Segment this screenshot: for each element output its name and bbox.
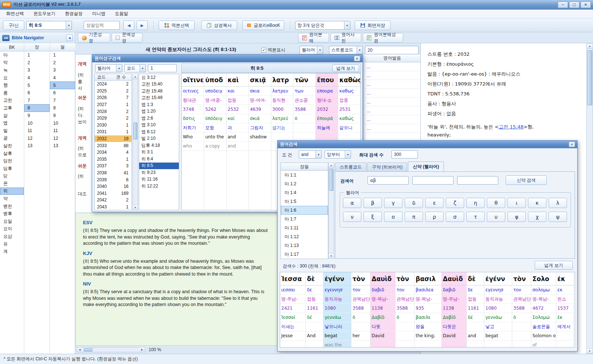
word-dictionary-button[interactable]: 원어사전 xyxy=(330,33,361,43)
chapter-item[interactable]: 11 xyxy=(24,127,50,135)
word-parse-button[interactable]: 원어분해 xyxy=(298,33,329,43)
window-layout-dropdown[interactable]: 창 3개 닫은것▼ xyxy=(295,21,350,30)
match-verse-item[interactable]: 마 1:12 xyxy=(281,232,328,241)
tab-context-bible[interactable]: 문맥성경 xyxy=(112,33,142,43)
code-row[interactable]: 20422 xyxy=(95,197,131,204)
book-item[interactable]: 고전 xyxy=(0,97,24,105)
book-item[interactable]: 딤후 xyxy=(0,165,24,172)
greek-letter-button[interactable]: ι xyxy=(507,198,526,208)
search-tab[interactable]: 스트롱코드 xyxy=(335,163,366,171)
show-versions-checkbox[interactable]: ✔ 역본표시 xyxy=(261,47,285,53)
greek-letter-button[interactable]: ρ xyxy=(425,212,444,222)
code-row[interactable]: 203388 xyxy=(95,142,131,149)
verse-item[interactable]: 13 xyxy=(50,142,75,150)
book-item[interactable]: 롬 xyxy=(0,89,24,97)
verse-item[interactable]: 4 xyxy=(50,74,75,82)
book-item[interactable]: 유 xyxy=(0,240,24,248)
greek-letter-button[interactable]: λ xyxy=(549,198,567,208)
occurrence-verse-item[interactable]: 히 12:22 xyxy=(139,183,179,190)
greek-word-header[interactable]: ὑποδ xyxy=(204,73,226,87)
phrase-mode-dropdown[interactable]: 코드▼ xyxy=(124,64,146,72)
scroll-up-icon[interactable]: ▲ xyxy=(587,44,593,49)
chapter-item[interactable]: 10 xyxy=(24,119,50,127)
greek-letter-button[interactable]: ο xyxy=(384,212,402,222)
search-term-input-3[interactable] xyxy=(457,176,498,185)
greek-word-header[interactable]: Σολο xyxy=(531,272,556,285)
scroll-down-icon[interactable]: ▼ xyxy=(329,253,334,258)
greek-word-header[interactable]: σκιᾷ xyxy=(249,73,271,87)
code-row[interactable]: 20271 xyxy=(95,101,131,108)
book-item[interactable]: 히 xyxy=(0,188,24,195)
greek-letter-button[interactable]: χ xyxy=(528,212,546,222)
code-row[interactable]: 20267 xyxy=(95,94,131,101)
greek-letter-button[interactable]: τ xyxy=(466,212,485,222)
greek-letter-button[interactable]: ν xyxy=(343,212,361,222)
greek-word-header[interactable]: ἐκ xyxy=(556,272,574,285)
greek-letter-button[interactable]: δ xyxy=(405,198,423,208)
match-verse-item[interactable]: 마 1:4 xyxy=(281,188,328,197)
menu-item[interactable]: 도움말 xyxy=(110,10,133,18)
maximize-button[interactable]: ▢ xyxy=(569,1,579,8)
greek-letter-button[interactable]: κ xyxy=(528,198,546,208)
code-row[interactable]: 20242 xyxy=(95,81,131,88)
chapter-item[interactable]: 7 xyxy=(24,97,50,105)
occurrence-verse-item[interactable]: 고전 15:40 xyxy=(139,81,179,88)
code-row[interactable]: 20311 xyxy=(95,128,131,135)
book-item[interactable]: 요삼 xyxy=(0,233,24,240)
chapter-item[interactable]: 5 xyxy=(24,81,50,89)
greek-letter-button[interactable]: θ xyxy=(487,198,505,208)
code-row[interactable]: 20282 xyxy=(95,108,131,115)
scroll-down-icon[interactable]: ▼ xyxy=(133,205,138,210)
verse-entry-input[interactable] xyxy=(84,21,120,30)
book-item[interactable]: 살후 xyxy=(0,150,24,157)
occurrence-verse-item[interactable]: 히 11:16 xyxy=(139,176,179,183)
greek-letter-button[interactable]: π xyxy=(405,212,423,222)
code-row[interactable]: 203219 xyxy=(95,135,131,142)
book-item[interactable]: 몬 xyxy=(0,180,24,188)
book-item[interactable]: 벧전 xyxy=(0,203,24,210)
book-item[interactable]: 약 xyxy=(0,195,24,203)
book-item[interactable]: 막 xyxy=(0,59,24,67)
occurrence-verse-item[interactable]: 히 9:23 xyxy=(139,169,179,176)
chapter-item[interactable]: 3 xyxy=(24,66,50,74)
greek-word-header[interactable]: ἐγένν xyxy=(323,272,351,285)
code-row[interactable]: 204016 xyxy=(95,183,131,190)
code-row[interactable]: 20396 xyxy=(95,176,131,183)
greek-word-header[interactable]: καὶ xyxy=(227,73,249,87)
bible-copy-button[interactable]: 성경복사 xyxy=(201,21,237,30)
tab-base-bible[interactable]: 기준성경 xyxy=(78,33,110,43)
chapter-item[interactable]: 12 xyxy=(24,135,50,142)
book-item[interactable]: 엡 xyxy=(0,119,24,127)
verse-selector-dropdown[interactable]: 히 8:5▼ xyxy=(26,21,72,30)
verse-item[interactable]: 6 xyxy=(50,89,75,97)
scrollbar-thumb[interactable] xyxy=(133,123,137,139)
next-verse-button[interactable]: ▶ xyxy=(137,21,148,30)
code-row[interactable]: 20373 xyxy=(95,163,131,170)
greek-letter-button[interactable]: ε xyxy=(425,198,444,208)
condition-dropdown[interactable]: and▼ xyxy=(299,150,322,159)
book-item[interactable]: 딛 xyxy=(0,172,24,180)
greek-word-header[interactable]: τὸν xyxy=(395,272,414,285)
book-item[interactable]: 행 xyxy=(0,81,24,89)
scroll-right-icon[interactable]: ▶ xyxy=(140,347,145,352)
collapse-navigator-button[interactable]: ◀ xyxy=(66,34,73,41)
greek-word-header[interactable]: λατρ xyxy=(271,73,293,87)
chapter-item[interactable]: 2 xyxy=(24,59,50,67)
menu-item[interactable]: 환경설정 xyxy=(60,10,87,18)
verse-item[interactable]: 2 xyxy=(50,59,75,67)
phrase-language-dropdown[interactable]: 헬라어▼ xyxy=(95,64,122,72)
scroll-down-icon[interactable]: ▼ xyxy=(587,348,593,353)
screen-save-button[interactable]: 화면저장 xyxy=(355,21,391,30)
phrase-search-titlebar[interactable]: 원어성구검색 ✕ xyxy=(92,55,362,62)
greek-word-header[interactable]: δὲ xyxy=(306,272,323,285)
wide-view-button[interactable]: 넓게 보기 xyxy=(535,261,573,270)
verse-list-scrollbar[interactable]: ▲ ▼ xyxy=(328,163,334,259)
book-item[interactable]: 요이 xyxy=(0,225,24,233)
glory-ebook-button[interactable]: 글로리eBooK xyxy=(242,21,284,30)
chapter-item[interactable]: 9 xyxy=(24,112,50,120)
max-results-input[interactable] xyxy=(391,150,418,159)
occurrence-verse-item[interactable]: 엡 3:10 xyxy=(139,122,179,129)
occurrence-verse-item[interactable]: 엡 6:12 xyxy=(139,128,179,135)
match-verse-item[interactable]: 마 1:13 xyxy=(281,241,328,250)
verse-item[interactable]: 3 xyxy=(50,66,75,74)
